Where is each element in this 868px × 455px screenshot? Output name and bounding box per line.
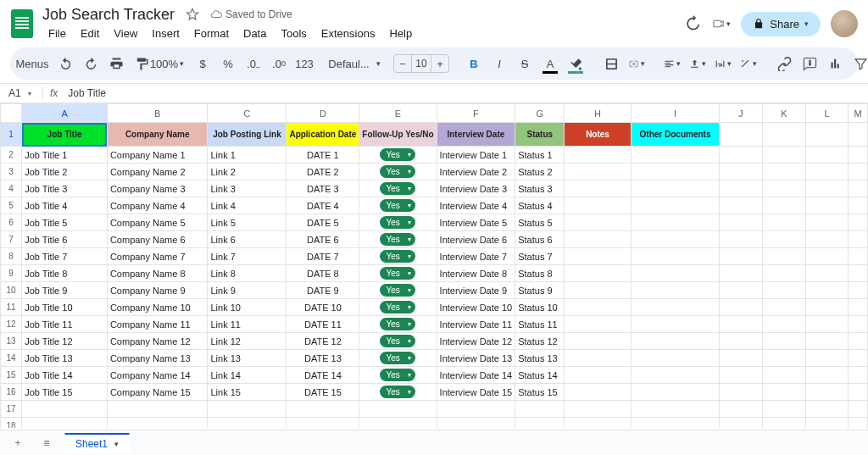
cell-I13[interactable] — [631, 333, 720, 350]
cell-J14[interactable] — [720, 350, 762, 367]
cell-K5[interactable] — [762, 197, 805, 214]
saved-to-drive-status[interactable]: Saved to Drive — [210, 8, 292, 20]
cell-E17[interactable] — [359, 401, 437, 418]
header-cell-J[interactable] — [720, 123, 762, 147]
cell-E6[interactable]: Yes▾ — [359, 214, 437, 231]
column-header-G[interactable]: G — [515, 104, 565, 123]
cell-I16[interactable] — [631, 384, 720, 401]
cell-J7[interactable] — [720, 231, 762, 248]
header-cell-D[interactable]: Application Date — [287, 123, 359, 147]
cell-G11[interactable]: Status 10 — [515, 299, 565, 316]
zoom-dropdown[interactable]: 100%▾ — [156, 53, 178, 75]
cell-B9[interactable]: Company Name 8 — [107, 265, 208, 282]
header-cell-K[interactable] — [762, 123, 805, 147]
cell-K16[interactable] — [762, 384, 805, 401]
cell-K17[interactable] — [762, 401, 805, 418]
cell-B12[interactable]: Company Name 11 — [107, 316, 208, 333]
menu-extensions[interactable]: Extensions — [315, 25, 381, 42]
cell-M17[interactable] — [849, 401, 868, 418]
row-header-5[interactable]: 5 — [1, 197, 22, 214]
font-size-value[interactable]: 10 — [411, 55, 431, 72]
cell-F10[interactable]: Interview Date 9 — [437, 282, 515, 299]
cell-I14[interactable] — [631, 350, 720, 367]
column-header-J[interactable]: J — [720, 104, 762, 123]
cell-I2[interactable] — [631, 147, 720, 164]
merge-button[interactable]: ▾ — [626, 53, 648, 75]
followup-chip[interactable]: Yes▾ — [380, 352, 415, 364]
cell-A5[interactable]: Job Title 4 — [22, 197, 108, 214]
cell-L18[interactable] — [805, 418, 849, 429]
cell-A2[interactable]: Job Title 1 — [22, 147, 108, 164]
document-title[interactable]: Job Search Tracker — [42, 6, 175, 24]
cell-J9[interactable] — [720, 265, 762, 282]
followup-chip[interactable]: Yes▾ — [380, 182, 415, 195]
menu-help[interactable]: Help — [383, 25, 418, 42]
cell-H8[interactable] — [565, 248, 631, 265]
decrease-decimal-button[interactable]: .0_ — [242, 53, 264, 75]
menu-format[interactable]: Format — [188, 25, 235, 42]
cell-G8[interactable]: Status 7 — [515, 248, 565, 265]
cell-L12[interactable] — [805, 316, 849, 333]
name-box[interactable]: A1 ▾ — [0, 87, 42, 99]
cell-B6[interactable]: Company Name 5 — [107, 214, 208, 231]
cell-I6[interactable] — [631, 214, 720, 231]
followup-chip[interactable]: Yes▾ — [380, 199, 415, 212]
cell-E11[interactable]: Yes▾ — [359, 299, 437, 316]
cell-I10[interactable] — [631, 282, 720, 299]
cell-D2[interactable]: DATE 1 — [287, 147, 359, 164]
cell-K9[interactable] — [762, 265, 805, 282]
cell-F17[interactable] — [437, 401, 515, 418]
followup-chip[interactable]: Yes▾ — [380, 233, 415, 246]
cell-A17[interactable] — [22, 401, 108, 418]
cell-H10[interactable] — [565, 282, 631, 299]
menu-data[interactable]: Data — [237, 25, 272, 42]
cell-J3[interactable] — [720, 164, 762, 180]
cell-M16[interactable] — [849, 384, 868, 401]
cell-F4[interactable]: Interview Date 3 — [437, 180, 515, 197]
account-avatar[interactable] — [831, 10, 858, 37]
cell-G14[interactable]: Status 13 — [515, 350, 565, 367]
cell-H15[interactable] — [565, 367, 631, 384]
cell-J17[interactable] — [720, 401, 762, 418]
cell-J2[interactable] — [720, 147, 762, 164]
cell-J6[interactable] — [720, 214, 762, 231]
cell-J12[interactable] — [720, 316, 762, 333]
menu-file[interactable]: File — [42, 25, 72, 42]
cell-D15[interactable]: DATE 14 — [287, 367, 359, 384]
cell-K10[interactable] — [762, 282, 805, 299]
cell-I3[interactable] — [631, 164, 720, 180]
cell-B11[interactable]: Company Name 10 — [107, 299, 208, 316]
cell-K12[interactable] — [762, 316, 805, 333]
row-header-9[interactable]: 9 — [1, 265, 22, 282]
cell-K7[interactable] — [762, 231, 805, 248]
increase-font-button[interactable]: + — [431, 58, 448, 70]
cell-J4[interactable] — [720, 180, 762, 197]
percent-button[interactable]: % — [217, 53, 239, 75]
meet-icon[interactable]: ▾ — [712, 14, 731, 33]
cell-E5[interactable]: Yes▾ — [359, 197, 437, 214]
cell-H18[interactable] — [565, 418, 631, 429]
cell-G16[interactable]: Status 15 — [515, 384, 565, 401]
cell-D12[interactable]: DATE 11 — [287, 316, 359, 333]
cell-D14[interactable]: DATE 13 — [287, 350, 359, 367]
cell-M10[interactable] — [849, 282, 868, 299]
header-cell-G[interactable]: Status — [515, 123, 565, 147]
increase-decimal-button[interactable]: .00 — [268, 53, 290, 75]
cell-H16[interactable] — [565, 384, 631, 401]
row-header-12[interactable]: 12 — [1, 316, 22, 333]
cell-I18[interactable] — [631, 418, 720, 429]
cell-A14[interactable]: Job Title 13 — [22, 350, 108, 367]
cell-L8[interactable] — [805, 248, 849, 265]
menu-insert[interactable]: Insert — [146, 25, 186, 42]
cell-L2[interactable] — [805, 147, 849, 164]
cell-G15[interactable]: Status 14 — [515, 367, 565, 384]
cell-K6[interactable] — [762, 214, 805, 231]
followup-chip[interactable]: Yes▾ — [380, 318, 415, 330]
halign-button[interactable]: ▾ — [661, 53, 683, 75]
cell-A13[interactable]: Job Title 12 — [22, 333, 108, 350]
cell-C9[interactable]: Link 8 — [208, 265, 287, 282]
filter-button[interactable] — [849, 53, 868, 75]
cell-F9[interactable]: Interview Date 8 — [437, 265, 515, 282]
cell-M5[interactable] — [849, 197, 868, 214]
cell-E9[interactable]: Yes▾ — [359, 265, 437, 282]
